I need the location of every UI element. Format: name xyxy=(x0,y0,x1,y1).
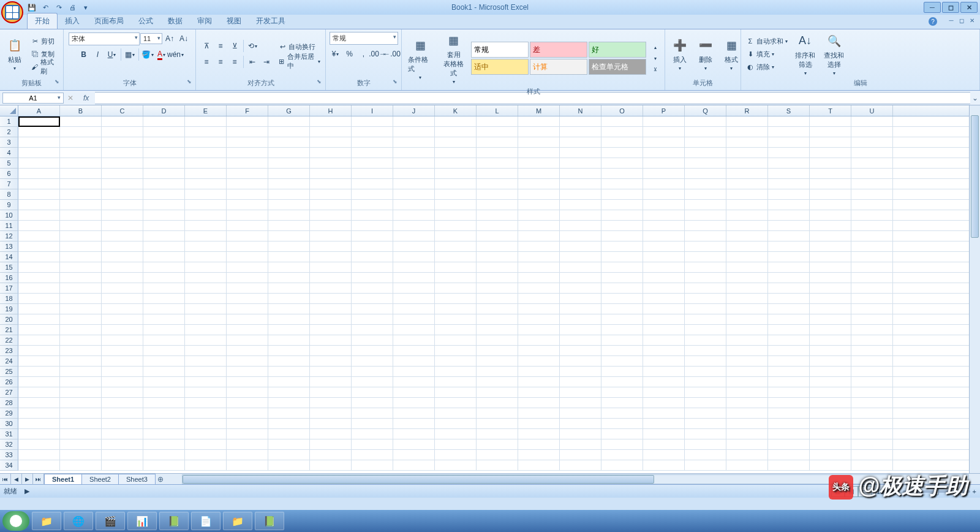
paste-button[interactable]: 📋 粘贴▾ xyxy=(2,36,27,72)
cell[interactable] xyxy=(601,158,643,168)
cell[interactable] xyxy=(310,377,352,387)
cell[interactable] xyxy=(18,429,60,439)
cell[interactable] xyxy=(18,252,60,262)
cell[interactable] xyxy=(601,356,643,366)
cell[interactable] xyxy=(310,346,352,355)
cell[interactable] xyxy=(185,283,227,293)
cell[interactable] xyxy=(560,408,601,418)
cell[interactable] xyxy=(393,377,435,387)
cell[interactable] xyxy=(393,450,435,460)
cell[interactable] xyxy=(227,387,268,397)
sort-filter-button[interactable]: A↓排序和 筛选▾ xyxy=(791,31,819,77)
taskbar-item[interactable]: 📁 xyxy=(32,512,61,530)
cell[interactable] xyxy=(143,273,185,283)
fill-color-button[interactable]: 🪣 xyxy=(141,48,154,61)
cell[interactable] xyxy=(102,367,143,376)
cell[interactable] xyxy=(560,450,601,460)
cell[interactable] xyxy=(310,294,352,303)
cell[interactable] xyxy=(102,460,143,470)
cell[interactable] xyxy=(227,241,268,251)
column-header[interactable]: D xyxy=(143,105,185,116)
cell[interactable] xyxy=(601,294,643,303)
cell[interactable] xyxy=(851,387,893,397)
cell[interactable] xyxy=(18,241,60,251)
column-header[interactable]: K xyxy=(435,105,477,116)
cell[interactable] xyxy=(185,262,227,272)
cell[interactable] xyxy=(352,314,393,324)
currency-button[interactable]: ¥ xyxy=(329,47,342,61)
cell[interactable] xyxy=(143,367,185,376)
cell[interactable] xyxy=(851,367,893,376)
cell[interactable] xyxy=(810,294,851,303)
cell[interactable] xyxy=(60,169,102,178)
cell[interactable] xyxy=(435,314,477,324)
cell[interactable] xyxy=(352,241,393,251)
cell[interactable] xyxy=(477,127,518,137)
cell[interactable] xyxy=(268,262,310,272)
cell[interactable] xyxy=(643,450,685,460)
column-header[interactable]: G xyxy=(268,105,310,116)
cell[interactable] xyxy=(560,179,601,189)
cell[interactable] xyxy=(60,304,102,314)
cell[interactable] xyxy=(60,419,102,428)
cell[interactable] xyxy=(685,200,726,210)
cell[interactable] xyxy=(268,169,310,178)
taskbar-item[interactable]: 📄 xyxy=(191,512,221,530)
cell[interactable] xyxy=(643,294,685,303)
cell[interactable] xyxy=(643,283,685,293)
cell[interactable] xyxy=(685,210,726,220)
cell[interactable] xyxy=(102,210,143,220)
font-size-combo[interactable]: 11 xyxy=(140,33,162,44)
cell[interactable] xyxy=(726,127,768,137)
format-painter-button[interactable]: 🖌格式刷 xyxy=(28,61,61,73)
cell[interactable] xyxy=(435,429,477,439)
cell[interactable] xyxy=(810,450,851,460)
cell[interactable] xyxy=(185,189,227,199)
cell[interactable] xyxy=(560,241,601,251)
cell[interactable] xyxy=(685,241,726,251)
cell[interactable] xyxy=(477,179,518,189)
cell[interactable] xyxy=(726,408,768,418)
cell[interactable] xyxy=(726,294,768,303)
office-button[interactable] xyxy=(1,1,23,23)
cell[interactable] xyxy=(726,189,768,199)
cell[interactable] xyxy=(560,429,601,439)
cell[interactable] xyxy=(726,314,768,324)
cell[interactable] xyxy=(227,460,268,470)
cell[interactable] xyxy=(518,158,560,168)
row-header[interactable]: 21 xyxy=(0,325,18,335)
cell[interactable] xyxy=(560,127,601,137)
cell[interactable] xyxy=(643,273,685,283)
cell[interactable] xyxy=(393,419,435,428)
cell[interactable] xyxy=(310,200,352,210)
cell[interactable] xyxy=(477,419,518,428)
cell[interactable] xyxy=(18,127,60,137)
cell[interactable] xyxy=(810,460,851,470)
cell[interactable] xyxy=(685,221,726,230)
cell[interactable] xyxy=(352,450,393,460)
cell[interactable] xyxy=(435,137,477,147)
row-header[interactable]: 23 xyxy=(0,346,18,356)
cell[interactable] xyxy=(560,262,601,272)
row-header[interactable]: 20 xyxy=(0,314,18,325)
cell[interactable] xyxy=(518,294,560,303)
cell[interactable] xyxy=(60,429,102,439)
cell[interactable] xyxy=(102,419,143,428)
cell[interactable] xyxy=(518,283,560,293)
cell[interactable] xyxy=(518,189,560,199)
cell[interactable] xyxy=(601,314,643,324)
cell[interactable] xyxy=(851,304,893,314)
cell[interactable] xyxy=(726,387,768,397)
cell[interactable] xyxy=(185,294,227,303)
cell[interactable] xyxy=(518,231,560,241)
qat-dropdown-icon[interactable]: ▾ xyxy=(81,2,91,12)
cell[interactable] xyxy=(352,137,393,147)
normal-view-button[interactable]: ▦ xyxy=(831,486,845,497)
cell[interactable] xyxy=(143,294,185,303)
fx-icon[interactable]: fx xyxy=(83,94,89,102)
cell[interactable] xyxy=(685,262,726,272)
row-header[interactable]: 5 xyxy=(0,158,18,169)
cell[interactable] xyxy=(143,127,185,137)
cell[interactable] xyxy=(518,148,560,158)
cell[interactable] xyxy=(601,387,643,397)
